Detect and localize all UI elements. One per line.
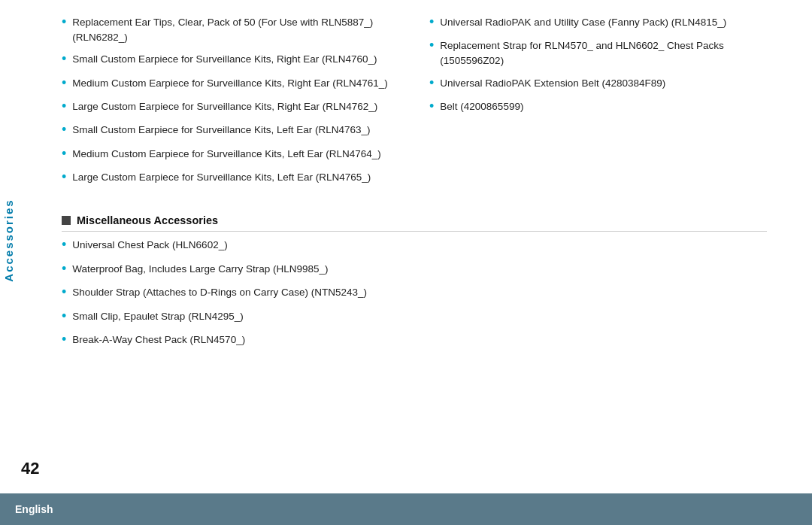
bullet-dot-icon: • [62, 236, 66, 253]
page-container: Accessories •Replacement Ear Tips, Clear… [0, 0, 812, 525]
list-item-text: Break-A-Way Chest Pack (RLN4570_) [72, 332, 245, 347]
top-left-list: •Replacement Ear Tips, Clear, Pack of 50… [62, 15, 399, 186]
bullet-dot-icon: • [62, 308, 66, 325]
list-item-text: Small Clip, Epaulet Strap (RLN4295_) [72, 309, 243, 324]
list-item-text: Small Custom Earpiece for Surveillance K… [72, 52, 377, 67]
list-item-text: Universal RadioPAK Extension Belt (42803… [440, 76, 665, 91]
list-item: •Medium Custom Earpiece for Surveillance… [62, 76, 399, 92]
list-item: •Small Custom Earpiece for Surveillance … [62, 123, 399, 138]
footer-language: English [15, 503, 53, 515]
list-item: •Shoulder Strap (Attaches to D-Rings on … [62, 285, 767, 301]
bullet-dot-icon: • [429, 37, 434, 54]
list-item-text: Waterproof Bag, Includes Large Carry Str… [72, 262, 328, 277]
list-item-text: Shoulder Strap (Attaches to D-Rings on C… [72, 285, 367, 300]
list-item: •Replacement Strap for RLN4570_ and HLN6… [429, 38, 767, 68]
list-item-text: Replacement Ear Tips, Clear, Pack of 50 … [72, 15, 399, 44]
list-item-text: Medium Custom Earpiece for Surveillance … [72, 76, 387, 91]
page-number: 42 [21, 459, 39, 478]
list-item: •Large Custom Earpiece for Surveillance … [62, 170, 399, 186]
list-item: •Belt (4200865599) [429, 99, 767, 115]
bullet-dot-icon: • [429, 74, 434, 92]
list-item-text: Large Custom Earpiece for Surveillance K… [72, 170, 371, 185]
list-item-text: Replacement Strap for RLN4570_ and HLN66… [440, 38, 767, 68]
bullet-dot-icon: • [429, 98, 434, 115]
bullet-dot-icon: • [62, 331, 66, 348]
list-item-text: Universal Chest Pack (HLN6602_) [72, 238, 227, 253]
list-item: •Replacement Ear Tips, Clear, Pack of 50… [62, 15, 399, 44]
section-icon [62, 216, 71, 225]
top-col-left: •Replacement Ear Tips, Clear, Pack of 50… [62, 15, 399, 193]
side-label: Accessories [2, 199, 15, 281]
list-item-text: Large Custom Earpiece for Surveillance K… [72, 99, 377, 114]
list-item-text: Small Custom Earpiece for Surveillance K… [72, 123, 370, 138]
side-label-wrapper: Accessories [0, 0, 17, 480]
list-item: •Universal Chest Pack (HLN6602_) [62, 238, 767, 253]
bullet-dot-icon: • [62, 50, 66, 68]
bullet-dot-icon: • [62, 284, 66, 301]
list-item-text: Universal RadioPAK and Utility Case (Fan… [440, 15, 726, 30]
main-content: •Replacement Ear Tips, Clear, Pack of 50… [62, 15, 767, 348]
bullet-dot-icon: • [62, 121, 66, 138]
list-item: •Universal RadioPAK Extension Belt (4280… [429, 76, 767, 92]
list-item-text: Medium Custom Earpiece for Surveillance … [72, 147, 380, 162]
top-col-right: •Universal RadioPAK and Utility Case (Fa… [429, 15, 767, 193]
list-item: •Large Custom Earpiece for Surveillance … [62, 99, 399, 115]
misc-section-title: Miscellaneous Accessories [77, 214, 218, 226]
bullet-dot-icon: • [429, 14, 434, 31]
list-item-text: Belt (4200865599) [440, 99, 523, 114]
list-item: •Waterproof Bag, Includes Large Carry St… [62, 262, 767, 278]
bullet-dot-icon: • [62, 260, 66, 278]
bullet-dot-icon: • [62, 74, 66, 92]
list-item: •Small Custom Earpiece for Surveillance … [62, 52, 399, 68]
bullet-dot-icon: • [62, 145, 66, 162]
bullet-dot-icon: • [62, 168, 66, 186]
list-item: •Medium Custom Earpiece for Surveillance… [62, 147, 399, 162]
bullet-dot-icon: • [62, 98, 66, 115]
list-item: •Universal RadioPAK and Utility Case (Fa… [429, 15, 767, 31]
top-right-list: •Universal RadioPAK and Utility Case (Fa… [429, 15, 767, 115]
misc-section-header: Miscellaneous Accessories [62, 214, 767, 232]
misc-list: •Universal Chest Pack (HLN6602_)•Waterpr… [62, 238, 767, 348]
bullet-dot-icon: • [62, 14, 66, 31]
footer: English [0, 493, 812, 525]
list-item: •Break-A-Way Chest Pack (RLN4570_) [62, 332, 767, 348]
top-lists: •Replacement Ear Tips, Clear, Pack of 50… [62, 15, 767, 193]
list-item: •Small Clip, Epaulet Strap (RLN4295_) [62, 309, 767, 325]
